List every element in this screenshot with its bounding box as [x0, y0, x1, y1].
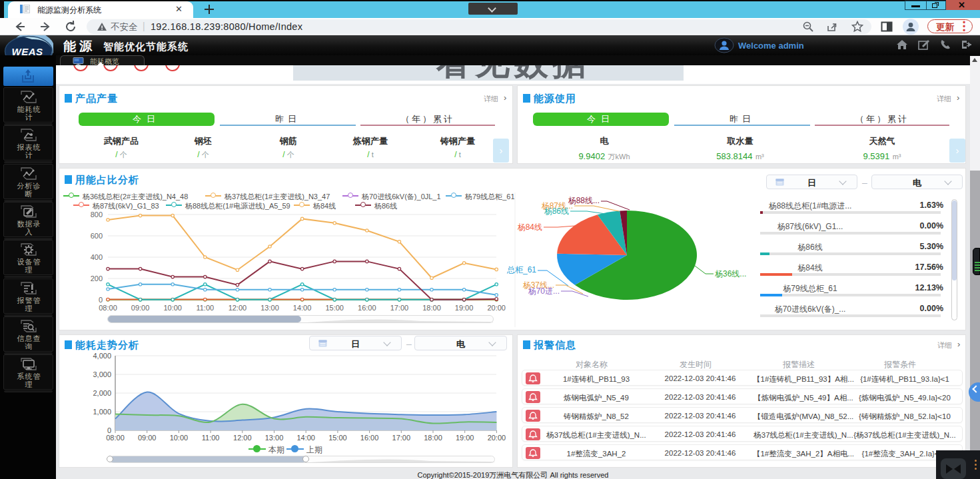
svg-text:19:00: 19:00 [456, 434, 474, 442]
svg-text:20:00: 20:00 [488, 434, 506, 442]
svg-text:18:00: 18:00 [424, 434, 442, 442]
svg-text:14:00: 14:00 [296, 434, 315, 442]
svg-text:15:00: 15:00 [328, 434, 347, 442]
svg-text:09:00: 09:00 [138, 434, 157, 442]
svg-text:10:00: 10:00 [170, 434, 189, 442]
svg-text:2,000: 2,000 [93, 389, 111, 397]
svg-text:杨70进...: 杨70进... [528, 286, 560, 296]
svg-text:11:00: 11:00 [202, 434, 220, 442]
svg-text:17:00: 17:00 [392, 434, 411, 442]
svg-text:杨86线: 杨86线 [544, 207, 569, 216]
svg-text:13:00: 13:00 [265, 434, 284, 442]
svg-text:1,000: 1,000 [93, 408, 111, 416]
svg-text:16:00: 16:00 [360, 434, 379, 442]
svg-text:4,000: 4,000 [93, 352, 111, 360]
svg-text:总柜_61: 总柜_61 [506, 265, 536, 274]
svg-text:08:00: 08:00 [106, 434, 125, 442]
svg-text:12:00: 12:00 [233, 434, 252, 442]
svg-text:3,000: 3,000 [93, 370, 111, 378]
svg-text:杨84线: 杨84线 [518, 223, 542, 232]
